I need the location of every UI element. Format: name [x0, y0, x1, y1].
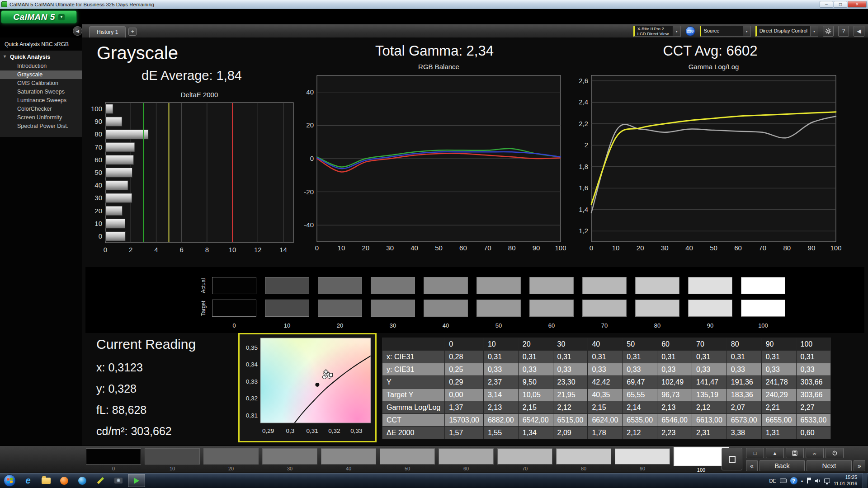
level-button-10[interactable]: 10	[145, 448, 200, 473]
table-cell: 0,31	[657, 351, 692, 363]
close-button[interactable]: ×	[848, 1, 867, 8]
taskbar-capture-button[interactable]	[110, 474, 127, 487]
sidebar-item-colorchecker[interactable]: ColorChecker	[0, 105, 82, 113]
tab-history-1[interactable]: History 1	[89, 26, 126, 38]
next-button[interactable]: Next	[807, 460, 852, 471]
level-button-30[interactable]: 30	[262, 448, 317, 473]
rewind-button[interactable]: «	[746, 460, 758, 471]
table-row: Target Y0,003,1410,0521,9540,3565,5596,7…	[382, 389, 831, 401]
level-button-80[interactable]: 80	[556, 448, 611, 473]
clock[interactable]: 15:25 11.01.2016	[834, 474, 859, 487]
actual-swatch-10	[265, 277, 309, 294]
chevron-down-icon[interactable]: ▼	[743, 26, 750, 36]
level-swatch-40	[321, 448, 376, 465]
table-header-cell: 10	[483, 338, 518, 351]
deltae-chart-title: DeltaE 2000	[105, 90, 293, 100]
svg-text:12: 12	[254, 246, 262, 253]
chevron-down-icon[interactable]: ▼	[810, 26, 818, 36]
level-button-0[interactable]: 0	[86, 448, 141, 473]
table-row: Gamma Log/Log1,372,132,152,122,152,142,1…	[382, 401, 831, 414]
table-cell: 2,31	[692, 427, 726, 439]
sidebar-item-luminance-sweeps[interactable]: Luminance Sweeps	[0, 96, 82, 105]
swatch-column-0: 0	[212, 277, 256, 330]
action-center-icon[interactable]	[807, 478, 811, 483]
table-header-cell: 100	[796, 338, 831, 351]
titlebar: CalMAN 5 CalMAN Ultimate for Business 32…	[0, 0, 868, 9]
table-cell: 15703,00	[445, 414, 484, 427]
taskbar-calman-button[interactable]	[128, 474, 145, 487]
mini-button-rows: □ ▲ ∞ « Back Next »	[746, 448, 865, 471]
svg-text:1,8: 1,8	[579, 163, 588, 170]
taskbar-media-button[interactable]	[56, 474, 73, 487]
start-button[interactable]	[4, 474, 16, 487]
sidebar-item-grayscale[interactable]: Grayscale	[0, 70, 82, 79]
add-tab-button[interactable]: +	[128, 28, 137, 36]
svg-text:100: 100	[91, 105, 102, 113]
calman-logo[interactable]: CalMAN 5 ▼	[1, 10, 77, 23]
actual-swatch-90	[688, 277, 732, 294]
hidden-icons-button[interactable]: ▴	[801, 479, 803, 483]
taskbar-browser-button[interactable]	[74, 474, 91, 487]
sidebar-item-saturation-sweeps[interactable]: Saturation Sweeps	[0, 88, 82, 96]
level-button-50[interactable]: 50	[380, 448, 435, 473]
table-cell: 2,15	[588, 401, 623, 414]
collapse-panel-button[interactable]: ◀	[854, 26, 864, 37]
save-button[interactable]	[786, 448, 804, 458]
level-button-90[interactable]: 90	[615, 448, 670, 473]
swatch-column-100: 100	[741, 277, 785, 330]
meter-count-badge[interactable]: 228	[685, 26, 695, 36]
settings-button[interactable]	[823, 26, 834, 37]
navigation-cluster: □ ▲ ∞ « Back Next »	[722, 448, 865, 471]
table-cell: 0,31	[692, 351, 726, 363]
swatch-level-label: 40	[424, 322, 468, 330]
swatch-column-80: 80	[635, 277, 679, 330]
level-button-40[interactable]: 40	[321, 448, 376, 473]
sidebar-item-screen-uniformity[interactable]: Screen Uniformity	[0, 113, 82, 122]
taskbar-editor-button[interactable]	[92, 474, 109, 487]
show-desktop-button[interactable]	[863, 473, 867, 488]
sidebar-item-introduction[interactable]: Introduction	[0, 62, 82, 70]
level-button-20[interactable]: 20	[203, 448, 259, 473]
table-cell: 10,05	[518, 389, 553, 401]
chevron-down-icon[interactable]: ▼	[673, 26, 680, 36]
sidebar-root-quick-analysis[interactable]: Quick Analysis	[0, 53, 82, 62]
system-tray: DE ? ▴ 15:25 11.01.2016	[769, 473, 868, 488]
table-cell: 2,09	[553, 427, 588, 439]
taskbar-ie-button[interactable]: e	[19, 474, 37, 487]
sidebar-item-cms-calibration[interactable]: CMS Calibration	[0, 79, 82, 88]
sidebar: Quick Analysis NBC sRGB Quick Analysis I…	[0, 38, 82, 446]
table-cell: 0,31	[623, 351, 657, 363]
table-cell: 2,12	[623, 427, 657, 439]
minimize-button[interactable]: –	[820, 1, 833, 8]
level-button-100[interactable]: 100	[674, 448, 729, 473]
level-button-70[interactable]: 70	[497, 448, 552, 473]
volume-icon[interactable]	[815, 478, 821, 483]
chevron-down-icon[interactable]: ▼	[58, 14, 65, 20]
maximize-button[interactable]: □	[834, 1, 847, 8]
continuous-mode-button[interactable]: ∞	[806, 448, 824, 458]
swatch-level-label: 70	[582, 322, 627, 330]
back-button[interactable]: Back	[760, 460, 805, 471]
eject-button[interactable]: ▲	[766, 448, 784, 458]
gear-icon	[825, 28, 831, 34]
stop-small-button[interactable]: □	[746, 448, 764, 458]
actual-swatch-50	[476, 277, 521, 294]
tab-back-button[interactable]: ◀	[73, 26, 82, 36]
stop-button[interactable]	[722, 448, 742, 470]
taskbar-explorer-button[interactable]	[38, 474, 55, 487]
target-swatch-10	[265, 300, 309, 317]
sidebar-item-spectral-power-dist-[interactable]: Spectral Power Dist.	[0, 122, 82, 131]
table-row-label: ΔE 2000	[382, 427, 445, 439]
language-indicator[interactable]: DE	[769, 478, 776, 483]
table-cell: 241,78	[761, 376, 796, 389]
display-control-dropdown[interactable]: Direct Display Control ▼	[755, 26, 818, 37]
level-button-60[interactable]: 60	[439, 448, 494, 473]
network-icon[interactable]	[824, 479, 830, 483]
source-dropdown[interactable]: Source ▼	[700, 26, 751, 37]
meter-dropdown[interactable]: X-Rite i1Pro 2 LCD Direct View ▼	[633, 26, 681, 37]
power-button[interactable]	[826, 448, 844, 458]
keyboard-icon[interactable]	[780, 479, 787, 483]
help-tray-icon[interactable]: ?	[790, 477, 797, 484]
fast-forward-button[interactable]: »	[854, 460, 865, 471]
help-button[interactable]: ?	[838, 26, 849, 37]
